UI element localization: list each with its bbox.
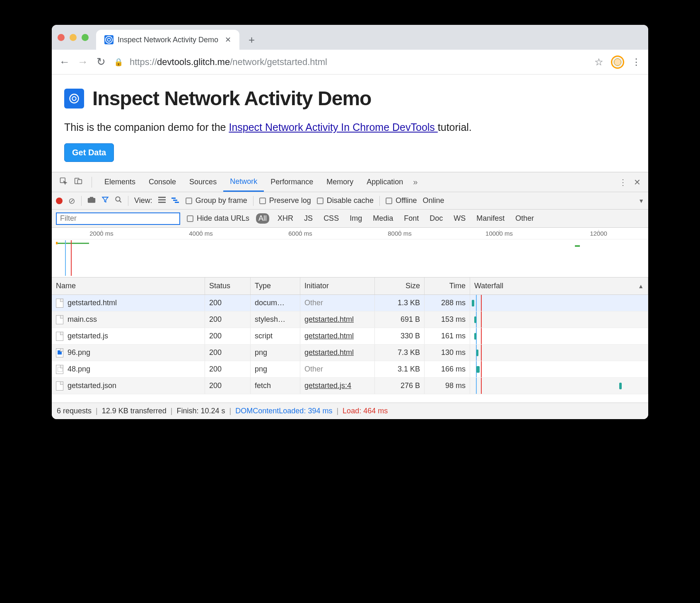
- type-filter-other[interactable]: Other: [513, 213, 536, 224]
- timeline-overview[interactable]: 2000 ms4000 ms6000 ms8000 ms10000 ms1200…: [52, 228, 648, 277]
- stat-load: Load: 464 ms: [343, 407, 388, 415]
- svg-point-2: [70, 94, 79, 103]
- capture-screenshots-icon[interactable]: [87, 196, 96, 205]
- col-time[interactable]: Time: [425, 277, 470, 294]
- minimize-window-button[interactable]: [70, 34, 77, 41]
- window-controls: [58, 25, 96, 50]
- reload-button[interactable]: ↻: [96, 55, 106, 68]
- panel-tab-memory[interactable]: Memory: [320, 172, 360, 192]
- record-button[interactable]: [56, 198, 63, 204]
- type-filter-js[interactable]: JS: [302, 213, 315, 224]
- offline-checkbox[interactable]: Offline: [386, 196, 417, 205]
- browser-tab[interactable]: Inspect Network Activity Demo ✕: [96, 30, 239, 50]
- panel-tab-network[interactable]: Network: [223, 172, 264, 192]
- large-rows-icon[interactable]: [158, 196, 166, 205]
- close-tab-button[interactable]: ✕: [222, 35, 231, 44]
- waterfall-view-icon[interactable]: [171, 196, 180, 205]
- type-filter-doc[interactable]: Doc: [427, 213, 445, 224]
- cell-type: docum…: [251, 295, 300, 311]
- panel-tab-elements[interactable]: Elements: [98, 172, 142, 192]
- devtools-close-button[interactable]: ✕: [630, 177, 644, 187]
- svg-rect-8: [90, 197, 93, 199]
- svg-point-3: [72, 96, 76, 100]
- inspect-element-icon[interactable]: [56, 177, 71, 187]
- cell-initiator[interactable]: getstarted.js:4: [304, 381, 351, 390]
- type-filter-manifest[interactable]: Manifest: [474, 213, 507, 224]
- table-row[interactable]: 96.png200pnggetstarted.html7.3 KB130 ms: [52, 345, 648, 361]
- disable-cache-checkbox[interactable]: Disable cache: [317, 196, 374, 205]
- intro-link[interactable]: Inspect Network Activity In Chrome DevTo…: [229, 121, 437, 133]
- timeline-tick: 8000 ms: [350, 230, 449, 237]
- new-tab-button[interactable]: +: [239, 30, 264, 50]
- table-row[interactable]: getstarted.html200docum…Other1.3 KB288 m…: [52, 295, 648, 311]
- profile-avatar[interactable]: [611, 55, 624, 69]
- forward-button[interactable]: →: [77, 55, 88, 68]
- panel-tab-performance[interactable]: Performance: [264, 172, 320, 192]
- col-size[interactable]: Size: [375, 277, 425, 294]
- bookmark-button[interactable]: ☆: [594, 56, 603, 68]
- type-filter-img[interactable]: Img: [347, 213, 364, 224]
- clear-button[interactable]: ⊘: [68, 196, 75, 206]
- table-row[interactable]: getstarted.js200scriptgetstarted.html330…: [52, 328, 648, 345]
- file-icon: [56, 348, 63, 357]
- throttling-dropdown-icon[interactable]: ▼: [638, 198, 644, 204]
- col-waterfall[interactable]: Waterfall▲: [470, 277, 648, 294]
- group-by-frame-checkbox[interactable]: Group by frame: [186, 196, 247, 205]
- svg-rect-14: [171, 198, 176, 199]
- cell-waterfall: [470, 311, 648, 328]
- type-filter-font[interactable]: Font: [401, 213, 421, 224]
- cell-initiator[interactable]: getstarted.html: [304, 315, 354, 324]
- device-toolbar-icon[interactable]: [71, 177, 86, 187]
- svg-point-9: [116, 197, 120, 201]
- preserve-log-checkbox[interactable]: Preserve log: [259, 196, 311, 205]
- search-icon[interactable]: [115, 196, 122, 205]
- cell-size: 1.3 KB: [375, 295, 425, 311]
- file-icon: [56, 381, 63, 391]
- type-filter-css[interactable]: CSS: [321, 213, 341, 224]
- cell-type: stylesh…: [251, 311, 300, 328]
- more-panels-button[interactable]: »: [410, 177, 421, 187]
- filter-toggle-icon[interactable]: [101, 196, 109, 205]
- page-heading: Inspect Network Activity Demo: [64, 87, 636, 110]
- hide-data-urls-checkbox[interactable]: Hide data URLs: [187, 214, 249, 223]
- cell-size: 7.3 KB: [375, 345, 425, 361]
- col-status[interactable]: Status: [205, 277, 251, 294]
- cell-time: 288 ms: [425, 295, 470, 311]
- cell-status: 200: [205, 378, 251, 394]
- devtools-menu-button[interactable]: ⋮: [616, 177, 630, 187]
- col-initiator[interactable]: Initiator: [300, 277, 375, 294]
- col-name[interactable]: Name: [52, 277, 205, 294]
- online-label[interactable]: Online: [423, 196, 444, 205]
- cell-waterfall: [470, 295, 648, 311]
- back-button[interactable]: ←: [59, 55, 70, 68]
- filter-input[interactable]: [56, 212, 180, 225]
- maximize-window-button[interactable]: [82, 34, 89, 41]
- cell-time: 153 ms: [425, 311, 470, 328]
- svg-rect-15: [173, 200, 177, 201]
- cell-waterfall: [470, 328, 648, 344]
- panel-tab-application[interactable]: Application: [360, 172, 410, 192]
- network-table-header: Name Status Type Initiator Size Time Wat…: [52, 277, 648, 295]
- devtools-panel: ElementsConsoleSourcesNetworkPerformance…: [52, 172, 648, 419]
- cell-initiator[interactable]: getstarted.html: [304, 348, 354, 357]
- type-filter-ws[interactable]: WS: [451, 213, 468, 224]
- panel-tab-sources[interactable]: Sources: [183, 172, 223, 192]
- cell-initiator[interactable]: getstarted.html: [304, 332, 354, 340]
- intro-text: This is the companion demo for the Inspe…: [64, 121, 636, 133]
- col-type[interactable]: Type: [251, 277, 300, 294]
- type-filter-all[interactable]: All: [256, 213, 269, 224]
- address-bar[interactable]: 🔒 https://devtools.glitch.me/network/get…: [114, 57, 587, 68]
- table-row[interactable]: main.css200stylesh…getstarted.html691 B1…: [52, 311, 648, 328]
- network-table-body: getstarted.html200docum…Other1.3 KB288 m…: [52, 295, 648, 403]
- file-icon: [56, 299, 63, 308]
- type-filter-xhr[interactable]: XHR: [275, 213, 296, 224]
- browser-menu-button[interactable]: ⋮: [632, 57, 641, 68]
- tab-strip: Inspect Network Activity Demo ✕ +: [52, 25, 648, 50]
- table-row[interactable]: getstarted.json200fetchgetstarted.js:427…: [52, 378, 648, 394]
- type-filter-media[interactable]: Media: [370, 213, 396, 224]
- close-window-button[interactable]: [58, 34, 65, 41]
- table-row[interactable]: 48.png200pngOther3.1 KB166 ms: [52, 361, 648, 378]
- get-data-button[interactable]: Get Data: [64, 143, 114, 162]
- file-icon: [56, 315, 63, 324]
- panel-tab-console[interactable]: Console: [142, 172, 183, 192]
